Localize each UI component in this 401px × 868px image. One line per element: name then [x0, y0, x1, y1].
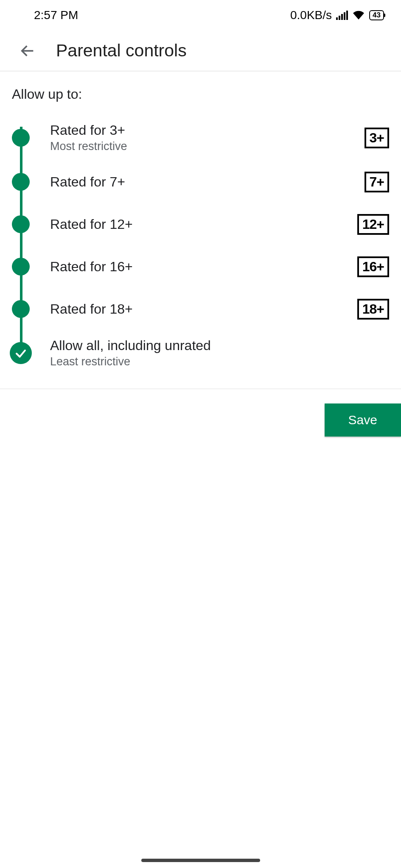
- svg-rect-3: [344, 12, 345, 20]
- step-dot: [12, 258, 30, 275]
- rating-option-16plus[interactable]: Rated for 16+ 16+: [12, 245, 389, 288]
- step-title: Rated for 12+: [50, 217, 357, 232]
- step-text: Rated for 18+: [50, 301, 357, 317]
- step-title: Rated for 7+: [50, 174, 365, 190]
- step-dot: [12, 215, 30, 233]
- rating-option-7plus[interactable]: Rated for 7+ 7+: [12, 161, 389, 203]
- status-right: 0.0KB/s 43: [290, 8, 384, 22]
- rating-option-3plus[interactable]: Rated for 3+ Most restrictive 3+: [12, 115, 389, 161]
- step-subtitle: Least restrictive: [50, 355, 389, 368]
- wifi-icon: [352, 11, 365, 20]
- status-time: 2:57 PM: [34, 8, 78, 22]
- step-title: Rated for 16+: [50, 259, 357, 275]
- save-button[interactable]: Save: [325, 403, 401, 437]
- step-dot: [12, 129, 30, 147]
- rating-option-18plus[interactable]: Rated for 18+ 18+: [12, 288, 389, 330]
- back-button[interactable]: [13, 36, 42, 66]
- step-subtitle: Most restrictive: [50, 140, 365, 153]
- network-speed: 0.0KB/s: [290, 8, 332, 22]
- rating-badge: 12+: [357, 214, 389, 235]
- signal-icon: [336, 11, 348, 20]
- home-indicator[interactable]: [141, 859, 260, 862]
- arrow-left-icon: [19, 42, 36, 59]
- rating-badge: 3+: [365, 128, 389, 148]
- step-text: Rated for 3+ Most restrictive: [50, 122, 365, 153]
- svg-rect-2: [341, 14, 343, 20]
- step-dot-selected: [10, 342, 32, 364]
- battery-indicator: 43: [369, 10, 384, 20]
- svg-rect-1: [339, 16, 340, 20]
- rating-stepper: Rated for 3+ Most restrictive 3+ Rated f…: [0, 115, 401, 376]
- titlebar: Parental controls: [0, 31, 401, 71]
- step-title: Rated for 3+: [50, 122, 365, 138]
- step-dot: [12, 173, 30, 191]
- rating-badge: 7+: [365, 172, 389, 192]
- checkmark-icon: [14, 347, 27, 359]
- step-text: Rated for 7+: [50, 174, 365, 190]
- step-text: Allow all, including unrated Least restr…: [50, 338, 389, 368]
- page-title: Parental controls: [56, 41, 187, 61]
- svg-rect-0: [336, 17, 338, 20]
- actions-bar: Save: [0, 389, 401, 437]
- rating-badge: 18+: [357, 299, 389, 320]
- rating-option-allow-all[interactable]: Allow all, including unrated Least restr…: [12, 330, 389, 376]
- step-dot: [12, 300, 30, 318]
- step-text: Rated for 16+: [50, 259, 357, 275]
- section-label: Allow up to:: [0, 71, 401, 115]
- step-title: Rated for 18+: [50, 301, 357, 317]
- status-bar: 2:57 PM 0.0KB/s 43: [0, 0, 401, 31]
- svg-rect-4: [346, 11, 348, 20]
- rating-option-12plus[interactable]: Rated for 12+ 12+: [12, 203, 389, 245]
- rating-badge: 16+: [357, 256, 389, 277]
- step-text: Rated for 12+: [50, 217, 357, 232]
- step-title: Allow all, including unrated: [50, 338, 389, 353]
